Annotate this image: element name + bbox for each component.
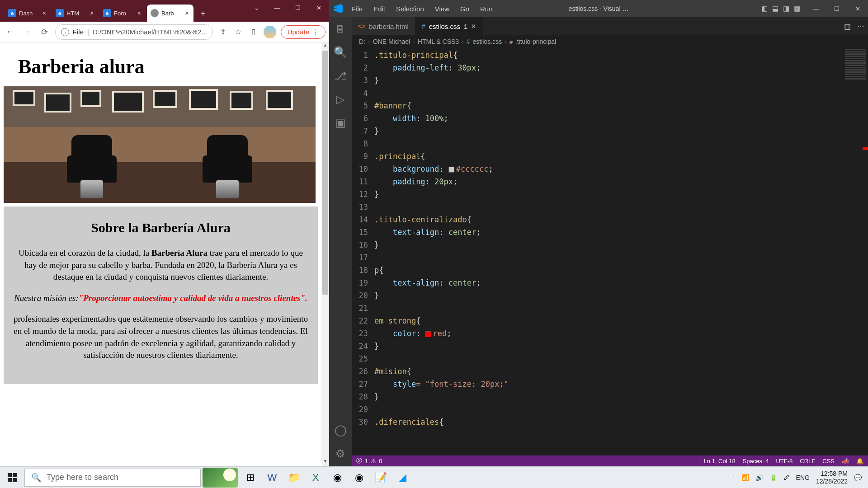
close-icon[interactable]: × — [41, 9, 47, 17]
minimize-icon[interactable]: — — [267, 0, 288, 15]
panel-bottom-icon[interactable]: ⬓ — [772, 5, 778, 13]
tab-title: HTM — [66, 10, 89, 17]
reload-button[interactable]: ⟳ — [38, 26, 51, 38]
browser-tab[interactable]: aHTM× — [52, 5, 99, 22]
chrome-icon[interactable]: ◉ — [326, 467, 348, 488]
editor-tab[interactable]: <>barberia.html — [352, 17, 415, 35]
minimize-icon[interactable]: — — [806, 0, 826, 17]
close-icon[interactable]: × — [89, 9, 95, 17]
close-icon[interactable]: × — [471, 22, 476, 30]
breadcrumbs[interactable]: D:› ONE Michael› HTML & CSS3› #estilos.c… — [352, 35, 868, 48]
notifications-icon[interactable]: 💬 — [854, 474, 862, 481]
cursor-position[interactable]: Ln 1, Col 18 — [704, 458, 736, 465]
maximize-icon[interactable]: ☐ — [288, 0, 308, 15]
run-debug-icon[interactable]: ▷ — [336, 93, 344, 106]
tab-title: Dash — [19, 10, 41, 17]
start-button[interactable] — [0, 467, 24, 488]
chrome-icon[interactable]: ◉ — [348, 467, 370, 488]
url-scheme: File — [73, 28, 84, 36]
scrollbar-thumb[interactable] — [322, 51, 328, 295]
scrollbar[interactable]: ▲ ▼ — [321, 42, 329, 466]
menu-edit[interactable]: Edit — [369, 3, 390, 14]
extensions-icon[interactable]: ▣ — [335, 117, 346, 129]
alura-favicon: a — [103, 9, 111, 17]
menu-file[interactable]: File — [347, 3, 367, 14]
share-icon[interactable]: ⇪ — [217, 27, 228, 37]
wifi-icon[interactable]: 📶 — [741, 474, 749, 481]
search-input[interactable]: 🔍Type here to search — [24, 469, 201, 487]
feedback-icon[interactable]: 📣 — [842, 458, 849, 465]
file-explorer-icon[interactable]: 📁 — [283, 467, 305, 488]
section-heading: Sobre la Barbería Alura — [13, 220, 309, 235]
volume-icon[interactable]: 🔊 — [755, 474, 763, 481]
menu-go[interactable]: Go — [456, 3, 474, 14]
browser-tab[interactable]: aDash× — [5, 5, 51, 22]
editor-tab-active[interactable]: #estilos.css1× — [415, 17, 483, 35]
vscode-logo-icon — [334, 4, 343, 13]
principal-section: Sobre la Barbería Alura Ubicada en el co… — [4, 206, 318, 384]
browser-tab[interactable]: aForo× — [99, 5, 146, 22]
news-widget[interactable] — [203, 468, 238, 488]
vscode-window-controls: — ☐ ✕ — [806, 0, 868, 17]
scroll-up-icon[interactable]: ▲ — [321, 42, 329, 50]
excel-icon[interactable]: X — [305, 467, 326, 488]
search-icon[interactable]: 🔍 — [334, 46, 347, 59]
maximize-icon[interactable]: ☐ — [826, 0, 847, 17]
panel-left-icon[interactable]: ◧ — [761, 5, 768, 13]
address-bar[interactable]: i File | D:/ONE%20Michael/HTML%20&%2… — [55, 24, 213, 40]
pen-icon[interactable]: 🖊 — [783, 474, 790, 481]
close-icon[interactable]: × — [136, 9, 142, 17]
chevron-up-icon[interactable]: ˄ — [732, 474, 735, 481]
menu-run[interactable]: Run — [476, 3, 497, 14]
status-bar: ⓧ1⚠0 Ln 1, Col 18 Spaces: 4 UTF-8 CRLF C… — [352, 455, 868, 466]
menu-view[interactable]: View — [430, 3, 454, 14]
account-icon[interactable]: ◯ — [335, 424, 347, 436]
encoding[interactable]: UTF-8 — [776, 458, 793, 465]
back-button[interactable]: ← — [4, 26, 16, 38]
page-title: Barberia alura — [0, 42, 321, 86]
reader-icon[interactable]: ▯ — [248, 27, 259, 37]
new-tab-button[interactable]: ＋ — [196, 6, 210, 20]
bookmark-icon[interactable]: ☆ — [233, 27, 244, 37]
profile-avatar[interactable] — [264, 26, 276, 38]
editor-area: <>barberia.html #estilos.css1× ▥ ⋯ D:› O… — [352, 17, 868, 466]
browser-tabs: aDash× aHTM× aForo× Barb× ＋ — [0, 0, 210, 22]
gear-icon[interactable]: ⚙ — [335, 447, 345, 460]
eol[interactable]: CRLF — [800, 458, 815, 465]
vscode-icon[interactable]: ◢ — [392, 467, 413, 488]
notepad-icon[interactable]: 📝 — [370, 467, 392, 488]
word-icon[interactable]: W — [261, 467, 283, 488]
code-content[interactable]: .titulo-principal{ padding-left: 30px;}#… — [374, 48, 868, 455]
close-icon[interactable]: × — [184, 9, 190, 17]
language-indicator[interactable]: ENG — [796, 474, 810, 481]
indentation[interactable]: Spaces: 4 — [743, 458, 769, 465]
menu-selection[interactable]: Selection — [392, 3, 429, 14]
url-path: D:/ONE%20Michael/HTML%20&%2… — [93, 28, 207, 36]
minimap[interactable] — [843, 48, 868, 455]
close-icon[interactable]: ✕ — [847, 0, 868, 17]
symbol-icon: ⸙ — [509, 38, 513, 45]
chevron-down-icon[interactable]: ⌄ — [246, 0, 267, 15]
bell-icon[interactable]: 🔔 — [856, 458, 863, 465]
panel-right-icon[interactable]: ◨ — [783, 5, 789, 13]
scroll-down-icon[interactable]: ▼ — [321, 459, 329, 466]
more-icon: ⋮ — [312, 28, 319, 36]
split-editor-icon[interactable]: ▥ — [844, 22, 851, 31]
problems-indicator[interactable]: ⓧ1⚠0 — [356, 457, 382, 465]
browser-toolbar: ← → ⟳ i File | D:/ONE%20Michael/HTML%20&… — [0, 22, 329, 42]
clock[interactable]: 12:58 PM12/28/2022 — [816, 470, 848, 485]
code-editor[interactable]: 1234567891011121314151617181920212223242… — [352, 48, 868, 455]
activity-bar: 🗎 🔍 ⎇ ▷ ▣ ◯ ⚙ — [329, 17, 352, 466]
forward-button[interactable]: → — [21, 26, 33, 38]
update-button[interactable]: Update⋮ — [281, 25, 326, 39]
layout-icon[interactable]: ▦ — [794, 5, 800, 13]
language-mode[interactable]: CSS — [822, 458, 835, 465]
explorer-icon[interactable]: 🗎 — [335, 23, 346, 35]
line-numbers: 1234567891011121314151617181920212223242… — [352, 48, 374, 455]
browser-tab-active[interactable]: Barb× — [147, 5, 193, 22]
source-control-icon[interactable]: ⎇ — [334, 70, 347, 82]
task-view-icon[interactable]: ⊞ — [240, 467, 261, 488]
battery-icon[interactable]: 🔋 — [769, 474, 777, 481]
close-icon[interactable]: ✕ — [308, 0, 329, 15]
more-icon[interactable]: ⋯ — [857, 22, 864, 31]
